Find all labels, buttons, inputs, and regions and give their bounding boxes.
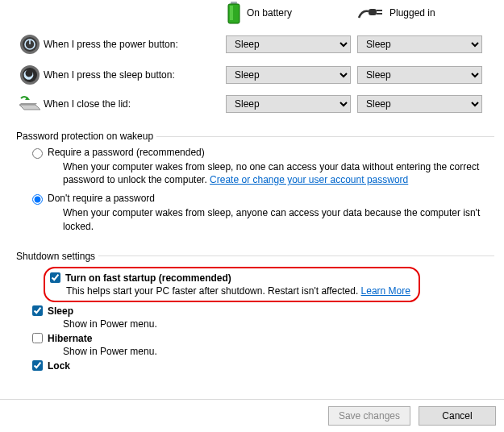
on-battery-header: On battery (247, 7, 292, 19)
sleep-button-plugged-select[interactable]: Sleep (357, 66, 482, 84)
dont-require-password-radio[interactable] (32, 194, 43, 205)
save-changes-button[interactable]: Save changes (328, 406, 410, 426)
close-lid-label: When I close the lid: (44, 98, 131, 110)
divider (98, 255, 494, 256)
require-password-desc: When your computer wakes from sleep, no … (63, 160, 486, 186)
sleep-button-icon (16, 64, 44, 85)
sleep-option-desc: Show in Power menu. (63, 318, 494, 330)
power-button-icon (16, 34, 44, 55)
fast-startup-checkbox[interactable] (50, 272, 60, 283)
close-lid-plugged-select[interactable]: Sleep (357, 95, 482, 113)
learn-more-link[interactable]: Learn More (361, 285, 410, 297)
svg-rect-5 (377, 13, 382, 15)
power-button-battery-select[interactable]: Sleep (226, 35, 351, 53)
svg-rect-2 (230, 6, 233, 20)
divider (156, 136, 494, 137)
hibernate-checkbox[interactable] (32, 333, 43, 343)
create-password-link[interactable]: Create or change your user account passw… (210, 174, 408, 185)
plug-icon (357, 5, 385, 21)
sleep-checkbox[interactable] (32, 305, 43, 316)
sleep-button-battery-select[interactable]: Sleep (226, 66, 351, 84)
svg-rect-3 (369, 9, 377, 15)
require-password-radio[interactable] (32, 148, 43, 159)
lock-checkbox[interactable] (32, 360, 43, 371)
dont-require-password-label: Don't require a password (48, 193, 155, 204)
battery-icon (226, 2, 242, 24)
require-password-label: Require a password (recommended) (48, 147, 205, 158)
cancel-button[interactable]: Cancel (419, 406, 496, 426)
svg-marker-13 (19, 103, 37, 105)
lock-option-label: Lock (48, 360, 70, 372)
svg-rect-4 (377, 10, 382, 11)
close-lid-battery-select[interactable]: Sleep (226, 95, 351, 113)
fast-startup-highlight: Turn on fast startup (recommended) This … (44, 267, 420, 302)
fast-startup-label: Turn on fast startup (recommended) (65, 272, 231, 284)
close-lid-icon (16, 95, 44, 113)
sleep-button-label: When I press the sleep button: (44, 69, 175, 81)
hibernate-option-desc: Show in Power menu. (63, 346, 494, 357)
plugged-in-header: Plugged in (389, 7, 435, 19)
shutdown-section-title: Shutdown settings (16, 251, 95, 262)
svg-marker-12 (19, 105, 40, 110)
dont-require-password-desc: When your computer wakes from sleep, any… (63, 206, 486, 232)
hibernate-option-label: Hibernate (48, 333, 92, 344)
sleep-option-label: Sleep (48, 305, 73, 317)
password-section-title: Password protection on wakeup (16, 131, 153, 142)
power-button-plugged-select[interactable]: Sleep (357, 35, 482, 53)
fast-startup-desc: This helps start your PC faster after sh… (66, 285, 410, 297)
power-button-label: When I press the power button: (44, 39, 178, 50)
